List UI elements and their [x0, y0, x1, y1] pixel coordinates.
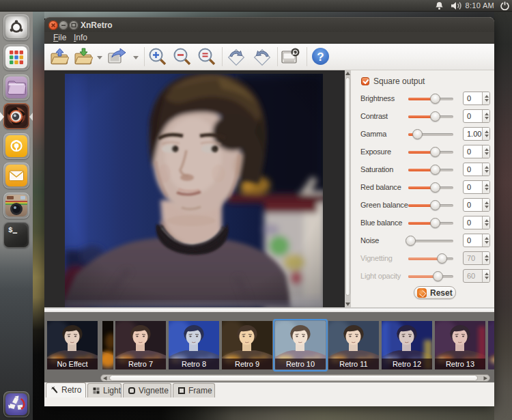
svg-text:?: ? — [317, 51, 324, 64]
